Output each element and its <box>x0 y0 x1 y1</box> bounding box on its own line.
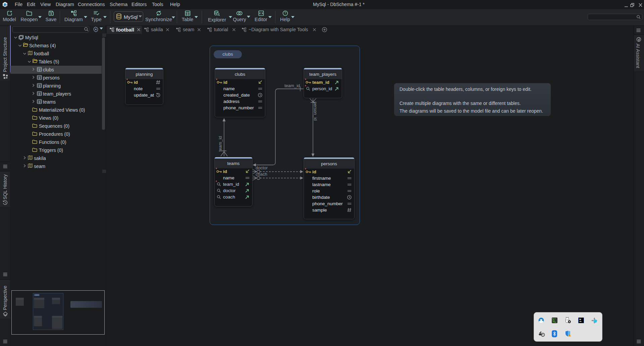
svg-text:?: ? <box>284 11 286 15</box>
